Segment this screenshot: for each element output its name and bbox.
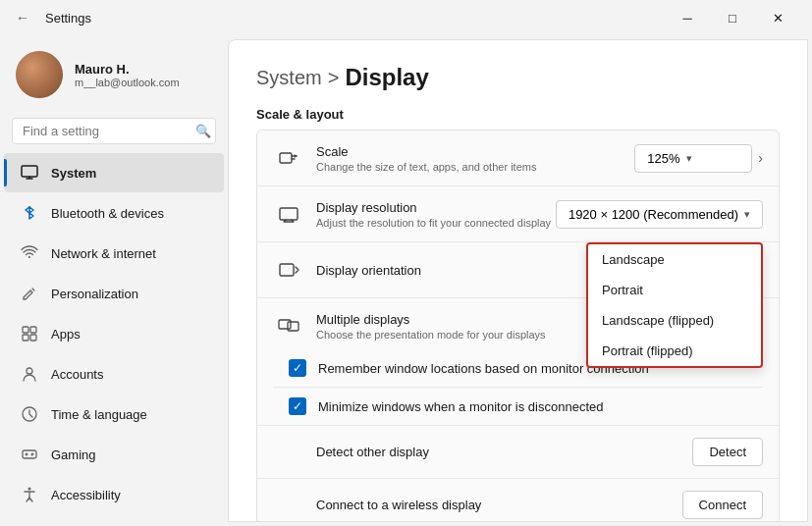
- title-bar-controls: ─ □ ✕: [665, 0, 800, 35]
- sidebar-item-gaming-label: Gaming: [51, 447, 96, 462]
- svg-rect-10: [280, 208, 298, 220]
- network-icon: [20, 243, 39, 263]
- sidebar-item-system-label: System: [51, 166, 96, 181]
- time-icon: [20, 404, 39, 424]
- gaming-icon: [20, 445, 39, 464]
- orientation-option-landscape[interactable]: Landscape: [588, 244, 761, 275]
- sidebar-item-bluetooth-label: Bluetooth & devices: [51, 206, 164, 221]
- scale-title: Scale: [316, 144, 634, 159]
- accounts-icon: [20, 364, 39, 384]
- svg-rect-7: [23, 450, 36, 458]
- close-button[interactable]: ✕: [755, 0, 800, 35]
- sidebar-item-gaming[interactable]: Gaming: [4, 435, 224, 474]
- svg-rect-2: [30, 327, 36, 333]
- connect-title: Connect to a wireless display: [316, 498, 682, 512]
- resolution-value: 1920 × 1200 (Recommended): [568, 207, 738, 222]
- svg-rect-4: [30, 335, 36, 341]
- user-info: Mauro H. m__lab@outlook.com: [75, 62, 180, 88]
- resolution-dropdown[interactable]: 1920 × 1200 (Recommended) ▾: [556, 200, 763, 229]
- orientation-option-portrait[interactable]: Portrait: [588, 275, 761, 305]
- checkmark-icon2: ✓: [293, 399, 302, 413]
- system-icon: [20, 163, 39, 183]
- detect-title: Detect other display: [316, 445, 692, 459]
- breadcrumb-separator: >: [328, 67, 340, 89]
- connect-display-row: Connect to a wireless display Connect: [257, 479, 779, 522]
- connect-control: Connect: [682, 491, 763, 519]
- content-area: System > Display Scale & layout Scale Ch…: [228, 39, 808, 522]
- svg-rect-9: [280, 153, 292, 163]
- connect-button[interactable]: Connect: [682, 491, 763, 519]
- orientation-option-portrait-flipped[interactable]: Portrait (flipped): [588, 336, 761, 366]
- sidebar-item-system[interactable]: System: [4, 153, 224, 192]
- orientation-icon: [273, 254, 304, 286]
- svg-rect-11: [280, 264, 294, 276]
- minimize-button[interactable]: ─: [665, 0, 710, 35]
- checkbox-minimize-windows: ✓ Minimize windows when a monitor is dis…: [273, 388, 763, 425]
- title-bar-title: Settings: [45, 11, 91, 26]
- resolution-content: Display resolution Adjust the resolution…: [316, 200, 556, 229]
- avatar: [16, 51, 63, 98]
- title-bar-left: ← Settings: [12, 6, 91, 29]
- personalization-icon: [20, 284, 39, 303]
- sidebar-item-network[interactable]: Network & internet: [4, 234, 224, 273]
- sidebar-item-personalization[interactable]: Personalization: [4, 274, 224, 313]
- sidebar-item-accessibility-label: Accessibility: [51, 488, 121, 502]
- sidebar-item-network-label: Network & internet: [51, 246, 156, 261]
- sidebar-item-accounts-label: Accounts: [51, 367, 103, 382]
- title-bar: ← Settings ─ □ ✕: [0, 0, 812, 35]
- scale-row: Scale Change the size of text, apps, and…: [257, 131, 779, 186]
- scale-arrow[interactable]: ›: [758, 150, 763, 166]
- orientation-dropdown[interactable]: Landscape Portrait Landscape (flipped) P…: [586, 242, 763, 368]
- sidebar-item-bluetooth[interactable]: Bluetooth & devices: [4, 193, 224, 233]
- breadcrumb-system: System: [256, 67, 322, 89]
- scale-chevron: ▾: [686, 152, 692, 165]
- sidebar-item-time[interactable]: Time & language: [4, 394, 224, 434]
- user-profile: Mauro H. m__lab@outlook.com: [0, 35, 228, 110]
- maximize-button[interactable]: □: [710, 0, 755, 35]
- sidebar-item-accessibility[interactable]: Accessibility: [4, 475, 224, 514]
- sidebar-item-privacy[interactable]: Privacy & security: [4, 515, 224, 526]
- orientation-row: Display orientation Landscape Portrait L…: [257, 242, 779, 298]
- sidebar-item-time-label: Time & language: [51, 407, 147, 422]
- scale-control: 125% ▾ ›: [634, 144, 763, 173]
- resolution-icon: [273, 198, 304, 230]
- sidebar-item-accounts[interactable]: Accounts: [4, 354, 224, 394]
- sidebar: Mauro H. m__lab@outlook.com 🔍 System: [0, 35, 228, 526]
- resolution-title: Display resolution: [316, 200, 556, 215]
- resolution-chevron: ▾: [744, 208, 750, 221]
- apps-icon: [20, 324, 39, 343]
- sidebar-item-apps[interactable]: Apps: [4, 314, 224, 353]
- back-button[interactable]: ←: [12, 6, 33, 29]
- orientation-option-landscape-flipped[interactable]: Landscape (flipped): [588, 305, 761, 336]
- resolution-row: Display resolution Adjust the resolution…: [257, 186, 779, 242]
- scale-value: 125%: [647, 151, 679, 166]
- minimize-windows-label: Minimize windows when a monitor is disco…: [318, 399, 603, 414]
- breadcrumb-current: Display: [345, 64, 428, 91]
- user-email: m__lab@outlook.com: [75, 77, 180, 88]
- checkmark-icon: ✓: [293, 361, 302, 375]
- svg-rect-0: [22, 166, 37, 177]
- svg-point-8: [28, 488, 31, 491]
- svg-point-5: [27, 368, 32, 374]
- resolution-control: 1920 × 1200 (Recommended) ▾: [556, 200, 763, 229]
- scale-icon: [273, 142, 304, 174]
- scale-content: Scale Change the size of text, apps, and…: [316, 144, 634, 173]
- scale-dropdown[interactable]: 125% ▾: [634, 144, 752, 173]
- search-box[interactable]: 🔍: [12, 118, 216, 144]
- multiple-displays-icon: [273, 310, 304, 342]
- detect-button[interactable]: Detect: [692, 438, 763, 466]
- sidebar-item-personalization-label: Personalization: [51, 287, 138, 301]
- breadcrumb: System > Display: [256, 64, 780, 91]
- detect-display-row: Detect other display Detect: [257, 426, 779, 479]
- minimize-windows-checkbox[interactable]: ✓: [289, 397, 306, 415]
- section-title: Scale & layout: [256, 107, 780, 122]
- sidebar-item-apps-label: Apps: [51, 327, 81, 342]
- search-container: 🔍: [0, 110, 228, 152]
- remember-window-checkbox[interactable]: ✓: [289, 359, 306, 377]
- scale-subtitle: Change the size of text, apps, and other…: [316, 161, 634, 173]
- bluetooth-icon: [20, 203, 39, 223]
- connect-content: Connect to a wireless display: [273, 498, 682, 512]
- sidebar-nav: System Bluetooth & devices Network & int…: [0, 152, 228, 526]
- search-input[interactable]: [23, 124, 188, 138]
- svg-rect-1: [23, 327, 28, 333]
